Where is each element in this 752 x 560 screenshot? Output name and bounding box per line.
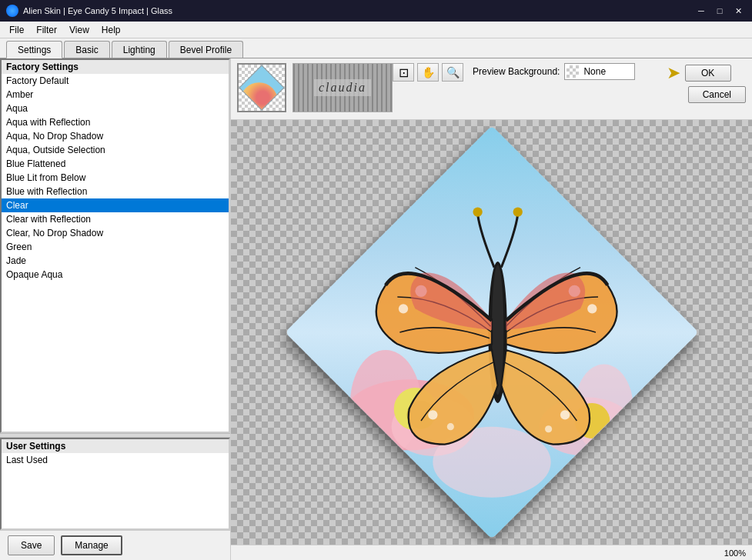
zoom-level: 100% <box>724 548 746 558</box>
minimize-button[interactable]: ─ <box>694 5 709 17</box>
svg-point-20 <box>513 207 522 216</box>
checkerboard-bg <box>231 120 752 545</box>
main-content: Factory Settings Factory DefaultAmberAqu… <box>0 58 752 560</box>
preset-item[interactable]: Opaque Aqua <box>2 268 229 282</box>
preset-item[interactable]: Blue Lit from Below <box>2 171 229 185</box>
preview-bg-label: Preview Background: <box>473 66 560 77</box>
ok-row: ➤ OK <box>667 63 746 83</box>
preset-item[interactable]: Jade <box>2 254 229 268</box>
tab-bevel-profile[interactable]: Bevel Profile <box>169 41 243 58</box>
preview-bg-row: Preview Background: None White Black Gra… <box>473 63 635 80</box>
close-button[interactable]: ✕ <box>730 5 746 17</box>
menu-help[interactable]: Help <box>95 23 127 37</box>
menu-bar: File Filter View Help <box>0 22 752 38</box>
logo-preview: claudia <box>292 63 393 112</box>
preview-bg-select[interactable]: None White Black Gray <box>580 64 634 79</box>
status-bar: 100% <box>231 545 752 560</box>
user-setting-last-used[interactable]: Last Used <box>2 453 229 467</box>
ok-arrow-icon: ➤ <box>667 63 680 83</box>
zoom-fit-button[interactable]: ⊡ <box>393 63 414 82</box>
menu-view[interactable]: View <box>63 23 95 37</box>
preview-diamond <box>285 125 698 538</box>
ok-button[interactable]: OK <box>685 65 731 82</box>
preview-image <box>346 186 638 478</box>
preset-item[interactable]: Blue Flattened <box>2 157 229 171</box>
butterfly-svg <box>315 155 669 509</box>
pan-button[interactable]: ✋ <box>417 63 439 82</box>
bottom-buttons: Save Manage <box>0 530 230 560</box>
cancel-button[interactable]: Cancel <box>688 86 746 103</box>
preset-item[interactable]: Clear, No Drop Shadow <box>2 226 229 240</box>
user-settings-header: User Settings <box>2 439 229 453</box>
app-icon <box>6 5 18 17</box>
svg-point-19 <box>473 207 482 216</box>
manage-button[interactable]: Manage <box>61 535 122 555</box>
tab-bar: Settings Basic Lighting Bevel Profile <box>0 38 752 58</box>
thumbnail-container <box>237 63 286 112</box>
top-area: claudia ⊡ ✋ 🔍 Preview Background: None W… <box>231 58 752 120</box>
tab-lighting[interactable]: Lighting <box>112 41 167 58</box>
preset-list-wrapper[interactable]: Factory Settings Factory DefaultAmberAqu… <box>0 58 230 433</box>
preset-list: Factory DefaultAmberAquaAqua with Reflec… <box>2 74 229 282</box>
preview-area <box>231 120 752 545</box>
user-section[interactable]: User Settings Last Used <box>0 438 230 530</box>
preset-item[interactable]: Amber <box>2 88 229 102</box>
save-button[interactable]: Save <box>8 535 55 555</box>
preset-item[interactable]: Blue with Reflection <box>2 185 229 198</box>
toolbar-icons: ⊡ ✋ 🔍 <box>393 63 463 82</box>
preset-item[interactable]: Aqua, Outside Selection <box>2 143 229 157</box>
right-panel: claudia ⊡ ✋ 🔍 Preview Background: None W… <box>231 58 752 560</box>
preset-item[interactable]: Aqua <box>2 102 229 115</box>
thumbnail-inner <box>239 65 285 111</box>
preset-group-header: Factory Settings <box>2 60 229 74</box>
preset-item[interactable]: Aqua, No Drop Shadow <box>2 129 229 143</box>
preset-item[interactable]: Factory Default <box>2 74 229 88</box>
left-panel: Factory Settings Factory DefaultAmberAqu… <box>0 58 231 560</box>
menu-filter[interactable]: Filter <box>30 23 63 37</box>
tab-basic[interactable]: Basic <box>64 41 109 58</box>
preset-item[interactable]: Clear with Reflection <box>2 212 229 226</box>
preset-item[interactable]: Green <box>2 240 229 254</box>
ok-cancel-area: ➤ OK Cancel <box>667 63 746 103</box>
maximize-button[interactable]: □ <box>712 5 727 17</box>
preset-section: Factory Settings Factory DefaultAmberAqu… <box>0 58 230 433</box>
title-bar: Alien Skin | Eye Candy 5 Impact | Glass … <box>0 0 752 22</box>
zoom-button[interactable]: 🔍 <box>442 63 463 82</box>
window-title: Alien Skin | Eye Candy 5 Impact | Glass <box>23 6 172 15</box>
tab-settings[interactable]: Settings <box>6 41 62 58</box>
preset-item[interactable]: Clear <box>2 198 229 212</box>
menu-file[interactable]: File <box>3 23 30 37</box>
preset-item[interactable]: Aqua with Reflection <box>2 115 229 129</box>
